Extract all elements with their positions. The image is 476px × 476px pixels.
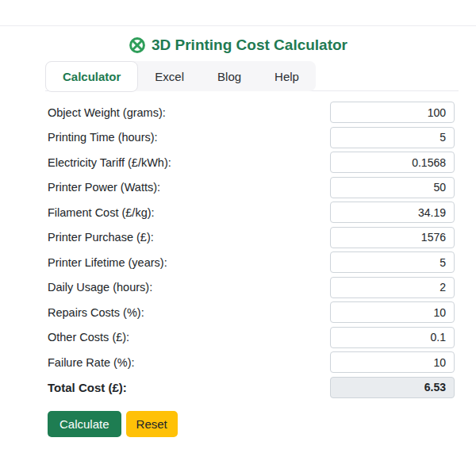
field-label-10: Failure Rate (%): (48, 356, 135, 369)
field-label-6: Printer Lifetime (years): (48, 256, 167, 269)
field-input-0[interactable] (330, 102, 455, 123)
total-cost-field (330, 377, 455, 398)
field-input-9[interactable] (330, 327, 455, 348)
tab-blog[interactable]: Blog (201, 61, 258, 91)
tab-bar: Calculator Excel Blog Help (45, 61, 459, 91)
field-label-5: Printer Purchase (£): (48, 231, 154, 244)
total-cost-row: Total Cost (£): (48, 377, 455, 398)
field-input-5[interactable] (330, 227, 455, 248)
form-row: Filament Cost (£/kg): (48, 202, 455, 223)
field-input-4[interactable] (330, 202, 455, 223)
form-row: Printer Power (Watts): (48, 177, 455, 198)
form-row: Printing Time (hours): (48, 127, 455, 148)
tab-help[interactable]: Help (258, 61, 316, 91)
field-input-10[interactable] (330, 351, 455, 373)
field-label-8: Repairs Costs (%): (48, 306, 144, 319)
form-row: Other Costs (£): (48, 327, 455, 348)
reset-button[interactable]: Reset (126, 411, 178, 437)
form-row: Printer Lifetime (years): (48, 251, 455, 273)
field-input-8[interactable] (330, 301, 455, 323)
total-cost-label: Total Cost (£): (48, 381, 127, 394)
field-input-6[interactable] (330, 251, 455, 273)
field-label-7: Daily Usage (hours): (48, 281, 152, 294)
field-input-1[interactable] (330, 127, 455, 148)
field-input-3[interactable] (330, 177, 455, 198)
field-label-9: Other Costs (£): (48, 331, 129, 344)
field-label-4: Filament Cost (£/kg): (48, 206, 155, 219)
form-row: Printer Purchase (£): (48, 227, 455, 248)
tab-calculator[interactable]: Calculator (45, 61, 138, 92)
form-row: Electricity Tariff (£/kWh): (48, 152, 455, 173)
field-label-1: Printing Time (hours): (48, 131, 158, 144)
calculate-button[interactable]: Calculate (48, 411, 121, 437)
page-title-text: 3D Printing Cost Calculator (152, 36, 347, 54)
page-title: 3D Printing Cost Calculator (0, 36, 476, 54)
tab-excel[interactable]: Excel (138, 61, 201, 91)
calculator-form: Object Weight (grams): Printing Time (ho… (48, 102, 455, 398)
field-input-2[interactable] (330, 152, 455, 173)
field-label-0: Object Weight (grams): (48, 106, 166, 119)
form-row: Repairs Costs (%): (48, 301, 455, 323)
field-input-7[interactable] (330, 277, 455, 298)
filament-spool-icon (129, 36, 146, 54)
form-row: Failure Rate (%): (48, 351, 455, 373)
top-divider (0, 0, 476, 26)
tab-strip: Calculator Excel Blog Help (45, 61, 316, 91)
form-row: Daily Usage (hours): (48, 277, 455, 298)
button-row: Calculate Reset (48, 411, 476, 437)
form-row: Object Weight (grams): (48, 102, 455, 123)
field-label-2: Electricity Tariff (£/kWh): (48, 156, 171, 169)
field-label-3: Printer Power (Watts): (48, 181, 160, 194)
